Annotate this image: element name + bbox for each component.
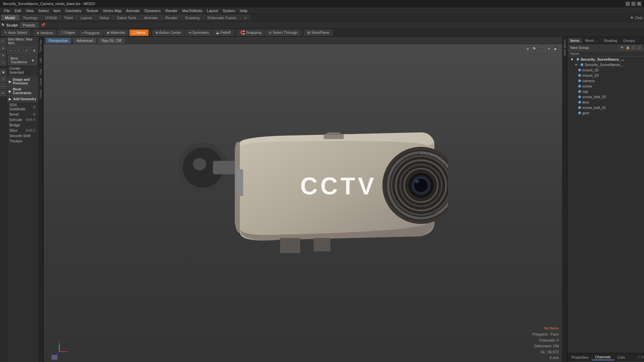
scene-item-1[interactable]: ▼ Security_Surveillance_... (568, 62, 644, 67)
more-transforms-btn[interactable]: More Transforms ▼ (8, 56, 37, 65)
transform-icon-1[interactable]: ↔ (7, 47, 14, 54)
tab-animate[interactable]: Animate (141, 15, 161, 20)
item-menu-btn[interactable]: Item Menu: New Item (7, 37, 38, 46)
smooth-shift-btn[interactable]: Smooth Shift (7, 133, 38, 138)
ray-gl-btn[interactable]: Ray GL: Off (99, 38, 124, 43)
menu-vertexmap[interactable]: Vertex Map (101, 8, 124, 13)
scale-tool-btn[interactable]: ⤡ (0, 59, 6, 65)
mode-vertices[interactable]: ● Vertices (34, 30, 56, 36)
menu-texture[interactable]: Texture (84, 8, 100, 13)
menu-help[interactable]: Help (238, 8, 250, 13)
scene-item-mount03[interactable]: mount_03 (568, 73, 644, 78)
bevel-btn[interactable]: Bevel B (7, 112, 38, 117)
mode-items[interactable]: ◻ Items (129, 29, 149, 36)
strip-fusion[interactable]: Fusion (39, 88, 42, 100)
rp-expand-icon[interactable]: ⤢ (637, 355, 640, 359)
rp-tab-mesh[interactable]: Mesh ... (582, 38, 601, 43)
transform-icon-2[interactable]: ↕ (15, 47, 22, 54)
strip-workbench[interactable]: Work Bench (563, 38, 567, 57)
rp-tab-items[interactable]: Items (568, 38, 582, 43)
mode-edges[interactable]: ⬡ Edges (57, 29, 78, 36)
poly-tool-btn[interactable]: ▪ (0, 83, 6, 89)
scene-item-lens[interactable]: lens (568, 100, 644, 105)
center-selected-btn[interactable]: Center Selected (7, 66, 38, 75)
extrude-btn[interactable]: Extrude Shift-X (7, 117, 38, 122)
tab-uvedit[interactable]: UVEdit (42, 15, 60, 20)
vp-ctrl-4[interactable]: ⚙ (546, 46, 552, 52)
br-tab-channels[interactable]: Channels (592, 354, 614, 360)
vp-ctrl-5[interactable]: ▶ (553, 46, 559, 52)
new-group-label[interactable]: New Group (570, 46, 589, 50)
perspective-btn[interactable]: Perspective (46, 38, 71, 43)
br-tab-lists[interactable]: Lists (614, 355, 629, 360)
paint-tool-btn[interactable]: ✏ (0, 90, 6, 96)
vp-ctrl-1[interactable]: ⊞ (525, 46, 531, 52)
tab-paint[interactable]: Paint (61, 15, 76, 20)
mesh-constraints-header[interactable]: ▶ Mesh Constraints (7, 86, 38, 96)
thicken-btn[interactable]: Thicken (7, 138, 38, 144)
menu-maxtomodo[interactable]: MaxToModo (180, 8, 204, 13)
tab-schematic[interactable]: Schematic Fusion (204, 15, 240, 20)
rp-icon-4[interactable]: ◻ (637, 45, 641, 50)
menu-dynamics[interactable]: Dynamics (143, 8, 163, 13)
transform-icon-4[interactable]: ⊕ (31, 47, 38, 54)
menu-animate[interactable]: Animate (124, 8, 142, 13)
rp-tab-groups[interactable]: Groups (620, 38, 638, 43)
select-tool-btn[interactable]: ↖ (0, 38, 6, 44)
tab-render[interactable]: Render (162, 15, 181, 20)
mode-snapping[interactable]: 🧲 Snapping (237, 29, 265, 36)
strip-vert[interactable]: Vert... (39, 54, 42, 65)
advanced-btn[interactable]: Advanced (73, 38, 96, 43)
close-btn[interactable]: ✕ (637, 2, 641, 6)
presets-btn[interactable]: Presets (20, 22, 38, 28)
menu-edit[interactable]: Edit (13, 8, 23, 13)
menu-system[interactable]: System (221, 8, 237, 13)
scene-item-screwbolt02[interactable]: screw_bolt_02 (568, 94, 644, 100)
menu-layout[interactable]: Layout (205, 8, 220, 13)
slice-btn[interactable]: Slice Shift-C (7, 128, 38, 133)
mode-symmetry[interactable]: ⇔ Symmetry (185, 29, 212, 36)
tab-layout[interactable]: Layout (77, 15, 95, 20)
br-tab-properties[interactable]: Properties (568, 355, 592, 360)
mode-materials[interactable]: ◈ Materials (104, 29, 128, 36)
strip-toolpipe[interactable]: Tool Pipe (39, 38, 42, 53)
tab-setup[interactable]: Setup (96, 15, 113, 20)
menu-render[interactable]: Render (163, 8, 179, 13)
move-tool-btn[interactable]: ✛ (0, 45, 6, 51)
menu-select[interactable]: Select (36, 8, 51, 13)
snaps-section-header[interactable]: ▶ Snaps and Precision (7, 77, 38, 86)
viewport[interactable]: CCTV (44, 44, 562, 362)
tab-model[interactable]: Model (1, 15, 19, 20)
tab-topology[interactable]: Topology (19, 15, 41, 20)
tab-add[interactable]: + (240, 15, 250, 20)
mode-polygons[interactable]: ▪ Polygons (79, 30, 103, 36)
rp-close-icon[interactable]: ✕ (641, 355, 643, 359)
rp-tab-shading[interactable]: Shading (601, 38, 620, 43)
scene-item-screwbolt01[interactable]: screw_bolt_01 (568, 105, 644, 110)
bridge-btn[interactable]: Bridge (7, 122, 38, 128)
add-geometry-header[interactable]: ▶ Add Geometry (7, 96, 38, 102)
rotate-tool-btn[interactable]: ↻ (0, 52, 6, 58)
rp-icon-3[interactable]: ☐ (631, 45, 636, 50)
transform-icon-3[interactable]: ⤢ (23, 47, 30, 54)
strip-poly[interactable]: Poly... (39, 65, 42, 76)
tab-gametools[interactable]: Game Tools (113, 15, 140, 20)
strip-curve[interactable]: Curve (39, 77, 42, 87)
mode-workplane[interactable]: ⊞ WorkPlane (304, 29, 332, 36)
mode-falloff[interactable]: ◒ Falloff (213, 29, 233, 36)
minimize-btn[interactable]: — (626, 2, 630, 6)
menu-geometry[interactable]: Geometry (63, 8, 83, 13)
maximize-btn[interactable]: □ (631, 2, 636, 6)
scene-item-screw[interactable]: screw (568, 83, 644, 89)
window-controls[interactable]: — □ ✕ (626, 2, 641, 6)
rp-icon-1[interactable]: 👁 (620, 45, 624, 50)
scene-item-mount02[interactable]: mount_02 (568, 67, 644, 73)
menu-file[interactable]: File (2, 8, 12, 13)
vp-ctrl-3[interactable]: ⛶ (539, 46, 545, 52)
rp-icon-2[interactable]: 🔒 (625, 45, 630, 50)
scene-tree[interactable]: ▼ Security_Surveillance_... ▼ Security_S… (568, 57, 644, 353)
scene-item-camera[interactable]: camera (568, 78, 644, 83)
menu-view[interactable]: View (24, 8, 36, 13)
vp-ctrl-2[interactable]: 🔍 (532, 46, 538, 52)
scene-root-item[interactable]: ▼ Security_Surveillance_... (568, 57, 644, 62)
